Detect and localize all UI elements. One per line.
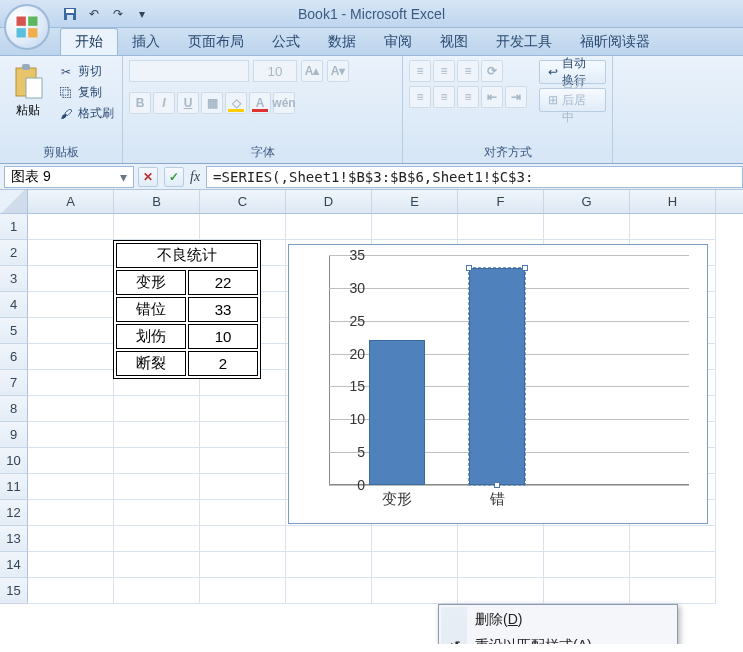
col-header[interactable]: A xyxy=(28,190,114,213)
fill-color-button[interactable]: ◇ xyxy=(225,92,247,114)
tab-insert[interactable]: 插入 xyxy=(118,29,174,55)
chart-plot-area[interactable]: 05101520253035变形错 xyxy=(329,255,689,485)
tab-review[interactable]: 审阅 xyxy=(370,29,426,55)
context-menu-item[interactable]: ↺重设以匹配样式(A) xyxy=(441,633,675,644)
font-name-input[interactable] xyxy=(129,60,249,82)
increase-indent-button[interactable]: ⇥ xyxy=(505,86,527,108)
cancel-formula-button[interactable]: ✕ xyxy=(138,167,158,187)
chart-y-tick: 0 xyxy=(331,477,365,493)
row-header[interactable]: 8 xyxy=(0,396,28,422)
svg-rect-6 xyxy=(67,15,73,20)
chart-y-tick: 5 xyxy=(331,444,365,460)
underline-button[interactable]: U xyxy=(177,92,199,114)
copy-button[interactable]: ⿻复制 xyxy=(56,83,116,102)
formula-input[interactable] xyxy=(206,166,743,188)
align-center-button[interactable]: ≡ xyxy=(433,86,455,108)
context-menu-item[interactable]: 删除(D) xyxy=(441,607,675,633)
enter-formula-button[interactable]: ✓ xyxy=(164,167,184,187)
col-header[interactable]: G xyxy=(544,190,630,213)
tab-view[interactable]: 视图 xyxy=(426,29,482,55)
font-group: A▴ A▾ B I U ▦ ◇ A wén 字体 xyxy=(123,56,403,163)
merge-center-button[interactable]: ⊞合并后居中 xyxy=(539,88,606,112)
border-button[interactable]: ▦ xyxy=(201,92,223,114)
col-header[interactable]: C xyxy=(200,190,286,213)
table-row: 错位33 xyxy=(116,297,258,322)
clipboard-group-label: 剪贴板 xyxy=(6,142,116,161)
row-header[interactable]: 6 xyxy=(0,344,28,370)
tab-home[interactable]: 开始 xyxy=(60,28,118,55)
row-header[interactable]: 10 xyxy=(0,448,28,474)
row-header[interactable]: 2 xyxy=(0,240,28,266)
chart-y-tick: 15 xyxy=(331,378,365,394)
align-left-button[interactable]: ≡ xyxy=(409,86,431,108)
shrink-font-button[interactable]: A▾ xyxy=(327,60,349,82)
row-header[interactable]: 15 xyxy=(0,578,28,604)
cut-button[interactable]: ✂剪切 xyxy=(56,62,116,81)
svg-rect-3 xyxy=(28,28,37,37)
row-header[interactable]: 9 xyxy=(0,422,28,448)
grow-font-button[interactable]: A▴ xyxy=(301,60,323,82)
title-bar: ↶ ↷ ▾ Book1 - Microsoft Excel xyxy=(0,0,743,28)
clipboard-group: 粘贴 ✂剪切 ⿻复制 🖌格式刷 剪贴板 xyxy=(0,56,123,163)
save-icon[interactable] xyxy=(60,4,80,24)
font-color-button[interactable]: A xyxy=(249,92,271,114)
align-top-button[interactable]: ≡ xyxy=(409,60,431,82)
fx-icon[interactable]: fx xyxy=(190,169,200,185)
italic-button[interactable]: I xyxy=(153,92,175,114)
align-right-button[interactable]: ≡ xyxy=(457,86,479,108)
svg-rect-5 xyxy=(66,9,74,13)
row-header[interactable]: 7 xyxy=(0,370,28,396)
align-bottom-button[interactable]: ≡ xyxy=(457,60,479,82)
tab-formulas[interactable]: 公式 xyxy=(258,29,314,55)
alignment-group: ≡ ≡ ≡ ⟳ ≡ ≡ ≡ ⇤ ⇥ ↩自动换行 ⊞合并后居中 对齐方式 xyxy=(403,56,613,163)
svg-rect-2 xyxy=(17,28,26,37)
tab-developer[interactable]: 开发工具 xyxy=(482,29,566,55)
qat-dropdown-icon[interactable]: ▾ xyxy=(132,4,152,24)
col-header[interactable]: D xyxy=(286,190,372,213)
font-group-label: 字体 xyxy=(129,142,396,161)
table-row: 划伤10 xyxy=(116,324,258,349)
blank-icon xyxy=(446,611,464,629)
format-painter-button[interactable]: 🖌格式刷 xyxy=(56,104,116,123)
chart-x-label: 错 xyxy=(469,490,525,509)
paste-button[interactable]: 粘贴 xyxy=(6,60,50,119)
tab-data[interactable]: 数据 xyxy=(314,29,370,55)
column-headers: A B C D E F G H xyxy=(0,190,743,214)
data-table: 不良统计 变形22 错位33 划伤10 断裂2 xyxy=(113,240,261,379)
undo-icon[interactable]: ↶ xyxy=(84,4,104,24)
font-size-input[interactable] xyxy=(253,60,297,82)
decrease-indent-button[interactable]: ⇤ xyxy=(481,86,503,108)
embedded-chart[interactable]: 05101520253035变形错 xyxy=(288,244,708,524)
tab-foxit[interactable]: 福昕阅读器 xyxy=(566,29,664,55)
redo-icon[interactable]: ↷ xyxy=(108,4,128,24)
orientation-button[interactable]: ⟳ xyxy=(481,60,503,82)
phonetic-button[interactable]: wén xyxy=(273,92,295,114)
chart-y-tick: 10 xyxy=(331,411,365,427)
wrap-icon: ↩ xyxy=(548,65,558,79)
row-header[interactable]: 3 xyxy=(0,266,28,292)
row-header[interactable]: 11 xyxy=(0,474,28,500)
row-header[interactable]: 13 xyxy=(0,526,28,552)
row-header[interactable]: 1 xyxy=(0,214,28,240)
row-header[interactable]: 5 xyxy=(0,318,28,344)
table-row: 变形22 xyxy=(116,270,258,295)
bold-button[interactable]: B xyxy=(129,92,151,114)
col-header[interactable]: E xyxy=(372,190,458,213)
name-box[interactable]: 图表 9 ▾ xyxy=(4,166,134,188)
col-header[interactable]: H xyxy=(630,190,716,213)
chart-y-tick: 35 xyxy=(331,247,365,263)
col-header[interactable]: F xyxy=(458,190,544,213)
row-header[interactable]: 4 xyxy=(0,292,28,318)
worksheet-grid[interactable]: 123456789101112131415 不良统计 变形22 错位33 划伤1… xyxy=(0,214,743,644)
office-button[interactable] xyxy=(4,4,50,50)
align-middle-button[interactable]: ≡ xyxy=(433,60,455,82)
col-header[interactable]: B xyxy=(114,190,200,213)
row-header[interactable]: 12 xyxy=(0,500,28,526)
tab-layout[interactable]: 页面布局 xyxy=(174,29,258,55)
row-header[interactable]: 14 xyxy=(0,552,28,578)
chart-bar[interactable] xyxy=(369,340,425,485)
chart-bar[interactable] xyxy=(469,268,525,485)
svg-rect-8 xyxy=(22,64,30,70)
reset-icon: ↺ xyxy=(446,637,464,644)
select-all-corner[interactable] xyxy=(0,190,28,213)
